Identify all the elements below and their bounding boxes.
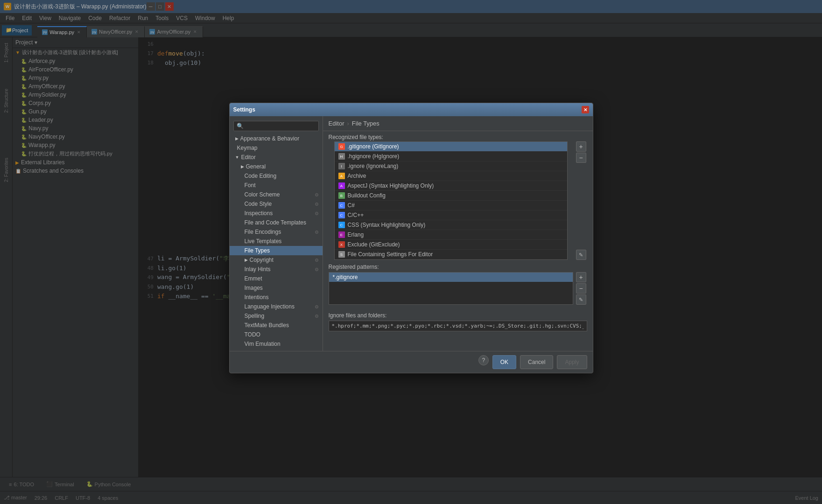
ft-item-csharp[interactable]: C C# — [335, 201, 567, 210]
nav-appearance[interactable]: ▶ Appearance & Behavior — [230, 134, 323, 143]
editor-expand-icon: ▼ — [235, 155, 239, 160]
edit-file-type-button[interactable]: ✎ — [576, 250, 586, 260]
nav-intentions[interactable]: Intentions — [230, 293, 323, 302]
gear-icon-encodings: ⚙ — [315, 230, 319, 235]
ignore-section: Ignore files and folders: — [323, 308, 593, 335]
expand-icon: ▶ — [235, 136, 239, 141]
copyright-expand-icon: ▶ — [245, 258, 248, 262]
file-types-actions: + − ✎ — [575, 141, 587, 260]
edit-pattern-button[interactable]: ✎ — [576, 294, 586, 305]
file-types-list[interactable]: G .gitignore (GitIgnore) H .hgignore (Hg… — [334, 141, 568, 260]
ft-item-ignore[interactable]: I .ignore (IgnoreLang) — [335, 161, 567, 171]
gear-icon-codestyle: ⚙ — [315, 202, 319, 207]
nav-code-editing[interactable]: Code Editing — [230, 171, 323, 181]
ft-item-gitignore[interactable]: G .gitignore (GitIgnore) — [335, 142, 567, 152]
nav-general[interactable]: ▶ General — [230, 162, 323, 171]
help-button[interactable]: ? — [478, 355, 489, 365]
cancel-button[interactable]: Cancel — [520, 355, 553, 369]
nav-vim[interactable]: Vim Emulation — [230, 339, 323, 349]
dialog-body: ▶ Appearance & Behavior Keymap ▼ Editor … — [230, 116, 593, 351]
gear-icon-lang: ⚙ — [315, 304, 319, 309]
ft-item-cpp[interactable]: C C/C++ — [335, 210, 567, 220]
content-breadcrumb: Editor › File Types — [323, 116, 593, 131]
ft-item-archive[interactable]: A Archive — [335, 171, 567, 181]
add-pattern-button[interactable]: + — [576, 272, 586, 282]
nav-keymap[interactable]: Keymap — [230, 143, 323, 153]
patterns-row: *.gitignore + − ✎ — [329, 272, 587, 305]
nav-inspections[interactable]: Inspections ⚙ — [230, 209, 323, 218]
ft-icon-archive: A — [338, 173, 345, 179]
nav-color-scheme[interactable]: Color Scheme ⚙ — [230, 190, 323, 199]
ft-icon-css: C — [338, 222, 345, 228]
breadcrumb-current: File Types — [352, 120, 379, 127]
general-expand-icon: ▶ — [241, 164, 244, 169]
add-file-type-button[interactable]: + — [576, 141, 586, 152]
gear-icon-inlay: ⚙ — [315, 267, 319, 272]
ft-item-aspectj[interactable]: A AspectJ (Syntax Highlighting Only) — [335, 181, 567, 191]
ft-item-css[interactable]: C CSS (Syntax Highlighting Only) — [335, 220, 567, 230]
nav-live-templates[interactable]: Live Templates — [230, 237, 323, 246]
patterns-section: Registered patterns: *.gitignore + − ✎ — [323, 260, 593, 308]
ft-icon-cpp: C — [338, 212, 345, 218]
dialog-content-panel: Editor › File Types Recognized file type… — [323, 116, 593, 351]
nav-inlay-hints[interactable]: Inlay Hints ⚙ — [230, 265, 323, 274]
ft-icon-exclude: X — [338, 241, 345, 248]
gear-icon-color: ⚙ — [315, 192, 319, 197]
breadcrumb-separator: › — [347, 120, 349, 127]
ft-icon-cs: C — [338, 202, 345, 209]
patterns-label: Registered patterns: — [329, 264, 587, 270]
pattern-actions: + − ✎ — [575, 272, 587, 305]
ignore-label: Ignore files and folders: — [329, 312, 587, 319]
ft-item-buildout[interactable]: B Buildout Config — [335, 191, 567, 201]
apply-button[interactable]: Apply — [557, 355, 587, 369]
gear-icon-copyright: ⚙ — [315, 258, 319, 263]
dialog-search-area — [230, 118, 323, 134]
breadcrumb-parent: Editor — [329, 120, 344, 127]
ft-item-settings[interactable]: S File Containing Settings For Editor — [335, 250, 567, 259]
ft-icon-git: G — [338, 143, 345, 150]
ft-icon-build: B — [338, 192, 345, 199]
ft-item-exclude[interactable]: X Exclude (GitExclude) — [335, 240, 567, 250]
ft-item-hgignore[interactable]: H .hgignore (HgIgnore) — [335, 152, 567, 161]
remove-file-type-button[interactable]: − — [576, 153, 586, 163]
settings-dialog: Settings ✕ ▶ Appearance & Behavior Keyma… — [229, 103, 593, 373]
patterns-list[interactable]: *.gitignore — [329, 272, 573, 305]
nav-copyright[interactable]: ▶ Copyright ⚙ — [230, 255, 323, 265]
ft-item-erlang[interactable]: E Erlang — [335, 230, 567, 240]
nav-editor[interactable]: ▼ Editor — [230, 153, 323, 162]
recognized-label: Recognized file types: — [323, 131, 593, 141]
nav-textmate[interactable]: TextMate Bundles — [230, 321, 323, 330]
gear-icon-inspections: ⚙ — [315, 211, 319, 216]
ft-icon-settings: S — [338, 251, 345, 258]
ignore-input[interactable] — [329, 321, 587, 331]
dialog-search-input[interactable] — [233, 121, 319, 131]
dialog-nav-panel: ▶ Appearance & Behavior Keymap ▼ Editor … — [230, 116, 323, 351]
gear-icon-spell: ⚙ — [315, 314, 319, 319]
settings-dialog-overlay: Settings ✕ ▶ Appearance & Behavior Keyma… — [0, 0, 822, 504]
ft-icon-hg: H — [338, 153, 345, 160]
nav-language-injections[interactable]: Language Injections ⚙ — [230, 302, 323, 311]
remove-pattern-button[interactable]: − — [576, 283, 586, 294]
nav-todo[interactable]: TODO — [230, 330, 323, 339]
nav-font[interactable]: Font — [230, 181, 323, 190]
ok-button[interactable]: OK — [492, 355, 516, 369]
dialog-titlebar: Settings ✕ — [230, 103, 593, 116]
nav-images[interactable]: Images — [230, 283, 323, 293]
dialog-footer: ? OK Cancel Apply — [230, 351, 593, 373]
dialog-title: Settings — [233, 106, 255, 113]
ft-icon-erlang: E — [338, 231, 345, 238]
nav-emmet[interactable]: Emmet — [230, 274, 323, 283]
pattern-item-gitignore[interactable]: *.gitignore — [329, 273, 573, 282]
nav-code-style[interactable]: Code Style ⚙ — [230, 199, 323, 209]
dialog-close-button[interactable]: ✕ — [582, 106, 589, 113]
nav-file-code-templates[interactable]: File and Code Templates — [230, 218, 323, 227]
ft-icon-aspectj: A — [338, 182, 345, 189]
ft-icon-ignore: I — [338, 163, 345, 169]
nav-file-encodings[interactable]: File Encodings ⚙ — [230, 227, 323, 237]
nav-file-types[interactable]: File Types — [230, 246, 323, 255]
file-types-section: G .gitignore (GitIgnore) H .hgignore (Hg… — [329, 141, 587, 260]
nav-spelling[interactable]: Spelling ⚙ — [230, 311, 323, 321]
